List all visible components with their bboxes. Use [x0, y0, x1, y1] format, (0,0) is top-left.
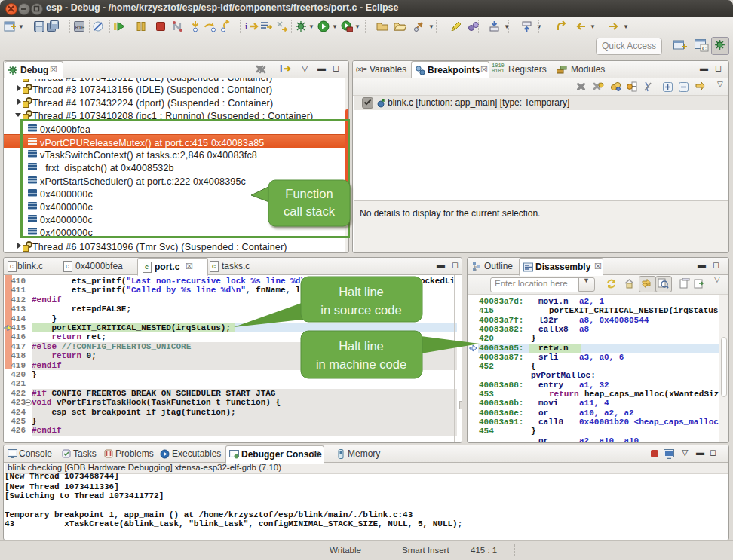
svg-text:call stack: call stack — [284, 204, 336, 218]
svg-text:Halt line: Halt line — [339, 339, 384, 353]
svg-text:Function: Function — [285, 187, 333, 200]
svg-text:in source code: in source code — [320, 303, 401, 317]
svg-text:Halt line: Halt line — [339, 285, 384, 298]
svg-text:in machine code: in machine code — [316, 357, 406, 371]
svg-text:C: C — [702, 45, 707, 52]
svg-text:010: 010 — [75, 25, 85, 31]
